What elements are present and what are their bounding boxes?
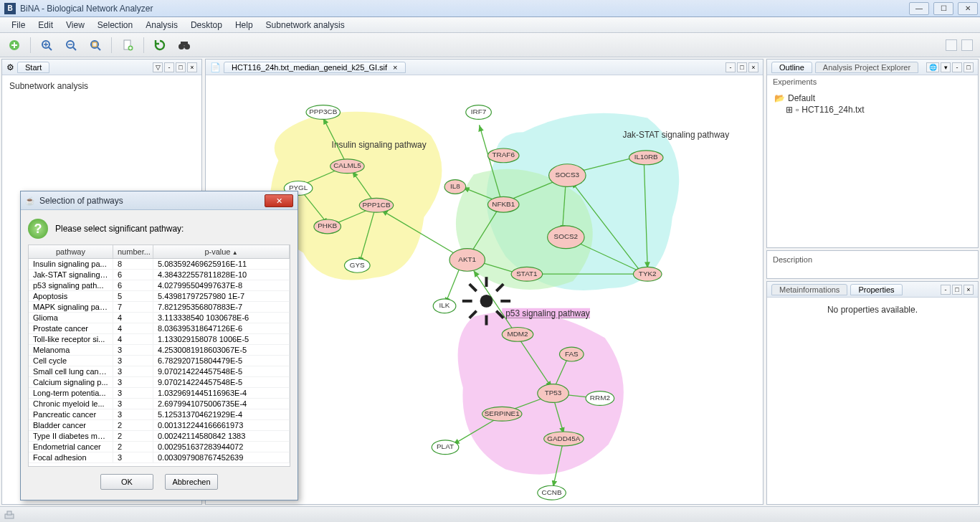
node-plat[interactable]: PLAT xyxy=(432,440,459,455)
table-row[interactable]: Melanoma34.2530081918603067E-5 xyxy=(29,345,290,356)
table-row[interactable]: Insulin signaling pa...85.08359246962591… xyxy=(29,259,290,270)
node-gadd45a[interactable]: GADD45A xyxy=(544,432,584,446)
menu-file[interactable]: File xyxy=(6,19,31,32)
node-calml5[interactable]: CALML5 xyxy=(330,159,365,174)
table-row[interactable]: Apoptosis55.43981797257980 1E-7 xyxy=(29,291,290,302)
props-min-icon[interactable]: - xyxy=(941,285,951,295)
props-close-icon[interactable]: × xyxy=(964,285,974,295)
table-row[interactable]: Long-term potentia...31.0329691445116963… xyxy=(29,388,290,399)
col-number[interactable]: number... xyxy=(113,245,153,258)
center-maximize-icon[interactable]: □ xyxy=(737,62,747,72)
node-akt1[interactable]: AKT1 xyxy=(449,249,485,272)
table-row[interactable]: MAPK signaling pat...77.821295356807883E… xyxy=(29,302,290,313)
menu-view[interactable]: View xyxy=(60,19,90,32)
menu-selection[interactable]: Selection xyxy=(92,19,138,32)
node-pp3cb[interactable]: PPP3CB xyxy=(306,105,341,120)
zoom-fit-button[interactable] xyxy=(87,37,104,54)
menu-help[interactable]: Help xyxy=(229,19,259,32)
outline-max-icon[interactable]: □ xyxy=(964,62,974,72)
close-panel-icon[interactable]: × xyxy=(187,62,197,72)
close-button[interactable]: ✕ xyxy=(958,2,978,15)
table-row[interactable]: p53 signaling path...64.027995504997637E… xyxy=(29,280,290,291)
node-socs3[interactable]: SOCS3 xyxy=(549,164,586,187)
props-max-icon[interactable]: □ xyxy=(952,285,962,295)
table-row[interactable]: Pancreatic cancer35.125313704621929E-4 xyxy=(29,409,290,420)
perspective-icon-2[interactable] xyxy=(961,39,973,51)
expand-icon[interactable]: ⊞ xyxy=(786,105,793,115)
tab-start[interactable]: Start xyxy=(17,62,49,73)
node-gys[interactable]: GYS xyxy=(344,258,370,272)
new-button[interactable] xyxy=(6,37,23,54)
filter-icon[interactable]: ▽ xyxy=(153,62,163,72)
tree-default[interactable]: 📂 Default xyxy=(774,92,971,104)
maximize-button[interactable]: ☐ xyxy=(933,2,953,15)
minimize-panel-icon[interactable]: - xyxy=(164,62,174,72)
center-close-icon[interactable]: × xyxy=(748,62,758,72)
table-row[interactable]: Prostate cancer48.036395318647126E-6 xyxy=(29,323,290,334)
minimize-button[interactable]: — xyxy=(909,2,929,15)
zoom-in-button[interactable] xyxy=(38,37,55,54)
table-row[interactable]: Cell cycle36.782920715804479E-5 xyxy=(29,356,290,366)
node-irf7[interactable]: IRF7 xyxy=(466,105,492,120)
table-row[interactable]: Small cell lung canc...39.07021422445754… xyxy=(29,366,290,377)
refresh-button[interactable] xyxy=(151,37,168,54)
node-ilk[interactable]: ILK xyxy=(433,299,456,313)
node-mdm2[interactable]: MDM2 xyxy=(502,327,533,341)
properties-panel: Metainformations Properties - □ × No pro… xyxy=(766,281,979,505)
node-il8[interactable]: IL8 xyxy=(444,180,466,194)
binoculars-button[interactable] xyxy=(176,37,193,54)
table-row[interactable]: Type II diabetes mel...20.00242114580842… xyxy=(29,431,290,442)
node-phkb[interactable]: PHKB xyxy=(314,219,341,234)
menu-edit[interactable]: Edit xyxy=(32,19,59,32)
dialog-titlebar[interactable]: Selection of pathways ✕ xyxy=(21,191,298,210)
tree-file[interactable]: ⊞ ▫ HCT116_24h.txt xyxy=(786,104,971,115)
dialog-close-button[interactable]: ✕ xyxy=(265,194,293,207)
menu-subnetwork-analysis[interactable]: Subnetwork analysis xyxy=(260,19,351,32)
node-tp53[interactable]: TP53 xyxy=(538,384,569,403)
menu-desktop[interactable]: Desktop xyxy=(185,19,228,32)
new-doc-button[interactable] xyxy=(119,37,136,54)
col-pathway[interactable]: pathway xyxy=(29,245,113,258)
table-row[interactable]: Glioma43.113338540 1030678E-6 xyxy=(29,313,290,323)
outline-dropdown-icon[interactable]: ▾ xyxy=(941,62,951,72)
experiments-tree[interactable]: 📂 Default ⊞ ▫ HCT116_24h.txt xyxy=(767,88,978,120)
table-row[interactable]: Focal adhesion30.003097908767452639 xyxy=(29,452,290,463)
node-fas[interactable]: FAS xyxy=(559,347,584,361)
center-minimize-icon[interactable]: - xyxy=(726,62,736,72)
node-il10rb[interactable]: IL10RB xyxy=(629,151,663,165)
node-tyk2[interactable]: TYK2 xyxy=(633,267,662,281)
maximize-panel-icon[interactable]: □ xyxy=(176,62,186,72)
globe-icon[interactable]: 🌐 xyxy=(926,62,939,72)
table-row[interactable]: Bladder cancer20.001312244166661973 xyxy=(29,420,290,431)
node-ccnb[interactable]: CCNB xyxy=(538,485,566,500)
node-traf6[interactable]: TRAF6 xyxy=(487,148,519,163)
node-serpine1[interactable]: SERPINE1 xyxy=(482,407,522,421)
ok-button[interactable]: OK xyxy=(100,474,153,490)
menu-analysis[interactable]: Analysis xyxy=(140,19,184,32)
node-ppp1cb[interactable]: PPP1CB xyxy=(359,198,394,212)
tab-document[interactable]: HCT116_24h.txt_median_geneid_k25_GI.sif … xyxy=(224,62,406,73)
table-body[interactable]: Insulin signaling pa...85.08359246962591… xyxy=(29,259,290,465)
table-row[interactable]: Toll-like receptor si...41.133029158078 … xyxy=(29,334,290,345)
outline-min-icon[interactable]: - xyxy=(952,62,962,72)
tab-metainformations[interactable]: Metainformations xyxy=(771,284,847,295)
perspective-icon-1[interactable] xyxy=(946,39,957,51)
table-row[interactable]: Calcium signaling p...39.070214224457548… xyxy=(29,377,290,388)
cancel-button[interactable]: Abbrechen xyxy=(165,474,218,490)
tab-properties[interactable]: Properties xyxy=(850,284,902,295)
node-nfkb1[interactable]: NFKB1 xyxy=(487,196,519,212)
col-pvalue[interactable]: p-value xyxy=(153,245,290,258)
left-body[interactable]: Subnetwork analysis xyxy=(2,75,201,97)
node-socs2[interactable]: SOCS2 xyxy=(548,226,584,249)
tab-analysis-explorer[interactable]: Analysis Project Explorer xyxy=(815,62,918,73)
tab-outline[interactable]: Outline xyxy=(771,62,812,73)
pathway-dialog[interactable]: Selection of pathways ✕ ? Please select … xyxy=(20,191,298,500)
tab-close-icon[interactable]: × xyxy=(393,63,397,72)
table-row[interactable]: Chronic myeloid le...32.6979941075006735… xyxy=(29,399,290,409)
node-rrm2[interactable]: RRM2 xyxy=(586,392,614,406)
table-row[interactable]: Endometrial cancer20.002951637283944072 xyxy=(29,442,290,452)
zoom-out-button[interactable] xyxy=(62,37,80,54)
pathway-table[interactable]: pathway number... p-value Insulin signal… xyxy=(28,245,290,467)
node-stat1[interactable]: STAT1 xyxy=(511,267,543,281)
table-row[interactable]: Jak-STAT signaling ...64.384322557811828… xyxy=(29,270,290,280)
